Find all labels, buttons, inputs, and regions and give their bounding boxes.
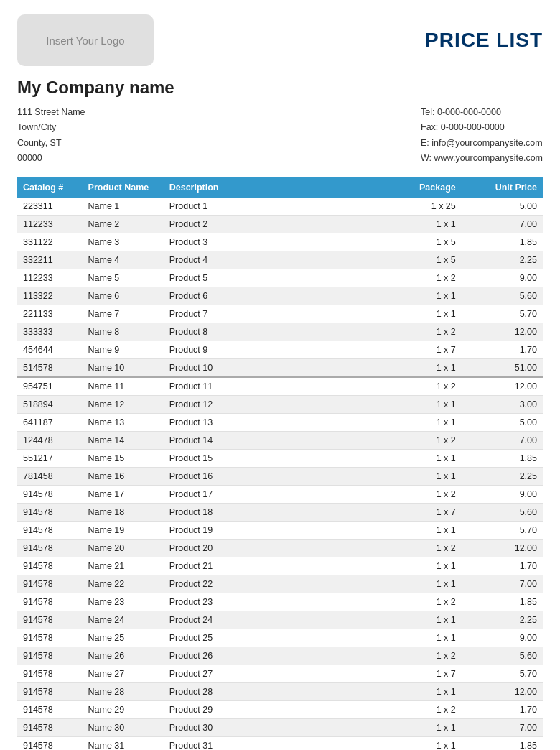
cell-description: Product 16 — [164, 468, 381, 486]
cell-description: Product 3 — [164, 233, 381, 251]
col-description: Description — [164, 177, 381, 198]
cell-name: Name 9 — [83, 341, 164, 359]
table-row: 914578Name 24Product 241 x 12.25 — [17, 611, 543, 629]
cell-price: 2.25 — [462, 468, 543, 486]
table-row: 332211Name 4Product 41 x 52.25 — [17, 251, 543, 269]
cell-name: Name 10 — [83, 359, 164, 378]
table-row: 914578Name 17Product 171 x 29.00 — [17, 486, 543, 504]
table-row: 124478Name 14Product 141 x 27.00 — [17, 432, 543, 450]
page-title: PRICE LIST — [425, 29, 543, 52]
table-row: 333333Name 8Product 81 x 212.00 — [17, 323, 543, 341]
table-row: 514578Name 10Product 101 x 151.00 — [17, 359, 543, 378]
cell-name: Name 14 — [83, 432, 164, 450]
cell-name: Name 4 — [83, 251, 164, 269]
table-row: 112233Name 2Product 21 x 17.00 — [17, 216, 543, 233]
cell-catalog: 331122 — [17, 233, 83, 251]
cell-package: 1 x 1 — [381, 305, 462, 323]
cell-price: 7.00 — [462, 575, 543, 593]
cell-package: 1 x 1 — [381, 414, 462, 432]
cell-description: Product 8 — [164, 323, 381, 341]
cell-price: 1.85 — [462, 593, 543, 611]
cell-catalog: 333333 — [17, 323, 83, 341]
cell-price: 1.85 — [462, 737, 543, 751]
website: W: www.yourcompanysite.com — [421, 151, 543, 166]
cell-package: 1 x 2 — [381, 269, 462, 287]
cell-description: Product 22 — [164, 575, 381, 593]
cell-package: 1 x 1 — [381, 396, 462, 414]
table-body: 223311Name 1Product 11 x 255.00112233Nam… — [17, 198, 543, 750]
table-row: 518894Name 12Product 121 x 13.00 — [17, 396, 543, 414]
cell-package: 1 x 1 — [381, 683, 462, 701]
cell-price: 5.60 — [462, 504, 543, 522]
cell-catalog: 221133 — [17, 305, 83, 323]
cell-name: Name 19 — [83, 522, 164, 540]
cell-price: 1.70 — [462, 557, 543, 575]
cell-price: 2.25 — [462, 611, 543, 629]
cell-name: Name 20 — [83, 540, 164, 557]
company-name: My Company name — [17, 78, 543, 98]
cell-description: Product 25 — [164, 629, 381, 647]
address-line1: 111 Street Name — [17, 105, 85, 120]
table-header-row: Catalog # Product Name Description Packa… — [17, 177, 543, 198]
cell-package: 1 x 1 — [381, 450, 462, 468]
table-row: 914578Name 22Product 221 x 17.00 — [17, 575, 543, 593]
cell-price: 7.00 — [462, 432, 543, 450]
cell-catalog: 332211 — [17, 251, 83, 269]
cell-catalog: 914578 — [17, 683, 83, 701]
cell-price: 12.00 — [462, 323, 543, 341]
col-package: Package — [381, 177, 462, 198]
contact-block: Tel: 0-000-000-0000 Fax: 0-000-000-0000 … — [421, 105, 543, 166]
email: E: info@yourcompanysite.com — [421, 136, 543, 151]
cell-name: Name 31 — [83, 737, 164, 751]
address-line3: County, ST — [17, 136, 85, 151]
cell-name: Name 25 — [83, 629, 164, 647]
cell-catalog: 914578 — [17, 540, 83, 557]
cell-name: Name 7 — [83, 305, 164, 323]
cell-price: 9.00 — [462, 629, 543, 647]
cell-price: 5.70 — [462, 522, 543, 540]
cell-price: 5.00 — [462, 414, 543, 432]
cell-description: Product 10 — [164, 359, 381, 378]
table-row: 914578Name 23Product 231 x 21.85 — [17, 593, 543, 611]
cell-package: 1 x 2 — [381, 377, 462, 396]
cell-package: 1 x 1 — [381, 557, 462, 575]
cell-catalog: 551217 — [17, 450, 83, 468]
cell-price: 7.00 — [462, 216, 543, 233]
address-line4: 00000 — [17, 151, 85, 166]
cell-catalog: 914578 — [17, 647, 83, 665]
cell-catalog: 914578 — [17, 557, 83, 575]
cell-catalog: 914578 — [17, 504, 83, 522]
cell-description: Product 18 — [164, 504, 381, 522]
cell-name: Name 5 — [83, 269, 164, 287]
cell-catalog: 223311 — [17, 198, 83, 216]
cell-name: Name 17 — [83, 486, 164, 504]
cell-name: Name 16 — [83, 468, 164, 486]
table-row: 914578Name 31Product 311 x 11.85 — [17, 737, 543, 751]
cell-package: 1 x 7 — [381, 341, 462, 359]
cell-package: 1 x 2 — [381, 432, 462, 450]
table-row: 914578Name 27Product 271 x 75.70 — [17, 665, 543, 683]
cell-catalog: 454644 — [17, 341, 83, 359]
cell-description: Product 24 — [164, 611, 381, 629]
cell-catalog: 914578 — [17, 593, 83, 611]
cell-catalog: 112233 — [17, 269, 83, 287]
cell-name: Name 27 — [83, 665, 164, 683]
address-block: 111 Street Name Town/City County, ST 000… — [17, 105, 85, 166]
cell-catalog: 124478 — [17, 432, 83, 450]
cell-name: Name 18 — [83, 504, 164, 522]
table-row: 914578Name 19Product 191 x 15.70 — [17, 522, 543, 540]
cell-price: 12.00 — [462, 683, 543, 701]
logo-placeholder: Insert Your Logo — [17, 14, 154, 66]
table-row: 914578Name 25Product 251 x 19.00 — [17, 629, 543, 647]
cell-price: 12.00 — [462, 540, 543, 557]
cell-catalog: 914578 — [17, 701, 83, 719]
cell-package: 1 x 1 — [381, 719, 462, 737]
cell-price: 9.00 — [462, 269, 543, 287]
col-catalog: Catalog # — [17, 177, 83, 198]
cell-description: Product 28 — [164, 683, 381, 701]
address-line2: Town/City — [17, 120, 85, 135]
cell-package: 1 x 7 — [381, 665, 462, 683]
cell-description: Product 29 — [164, 701, 381, 719]
cell-price: 5.60 — [462, 647, 543, 665]
cell-description: Product 12 — [164, 396, 381, 414]
